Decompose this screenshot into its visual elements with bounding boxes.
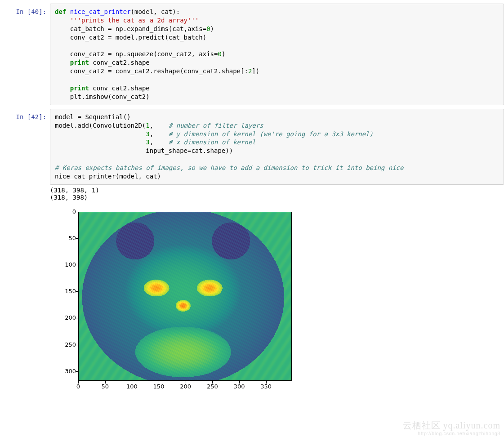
x-tick-label: 350 <box>260 383 272 390</box>
code-cell-40: In [40]: def nice_cat_printer(model, cat… <box>0 4 504 105</box>
y-tick-label: 150 <box>50 288 76 294</box>
cell-body: def nice_cat_printer(model, cat): '''pri… <box>50 4 504 105</box>
y-tick-label: 250 <box>50 341 76 348</box>
x-tick-label: 50 <box>101 383 109 390</box>
code-cell-42: In [42]: model = Sequential() model.add(… <box>0 109 504 390</box>
plot-axes <box>78 212 292 381</box>
x-tick-label: 0 <box>76 383 80 390</box>
x-tick-label: 250 <box>207 383 218 390</box>
y-tick-label: 100 <box>50 261 76 268</box>
cell-body: model = Sequential() model.add(Convoluti… <box>50 109 504 390</box>
y-tick-label: 300 <box>50 368 76 375</box>
y-tick-label: 200 <box>50 314 76 321</box>
jupyter-notebook: In [40]: def nice_cat_printer(model, cat… <box>0 0 504 390</box>
x-tick-label: 300 <box>234 383 245 390</box>
code-block[interactable]: model = Sequential() model.add(Convoluti… <box>55 113 499 181</box>
y-tick-label: 0 <box>50 208 76 215</box>
input-prompt: In [42]: <box>0 109 50 390</box>
heatmap-image <box>79 212 291 380</box>
code-input-area[interactable]: def nice_cat_printer(model, cat): '''pri… <box>50 4 504 105</box>
matplotlib-figure: 050100150200250300050100150200250300350 <box>50 209 300 390</box>
cell-output-text: (318, 398, 1) (318, 398) <box>50 185 504 201</box>
code-input-area[interactable]: model = Sequential() model.add(Convoluti… <box>50 109 504 185</box>
x-tick-label: 150 <box>153 383 165 390</box>
y-tick-label: 50 <box>50 235 76 241</box>
input-prompt: In [40]: <box>0 4 50 105</box>
code-block[interactable]: def nice_cat_printer(model, cat): '''pri… <box>55 8 499 101</box>
x-tick-label: 100 <box>126 383 138 390</box>
x-tick-label: 200 <box>180 383 191 390</box>
